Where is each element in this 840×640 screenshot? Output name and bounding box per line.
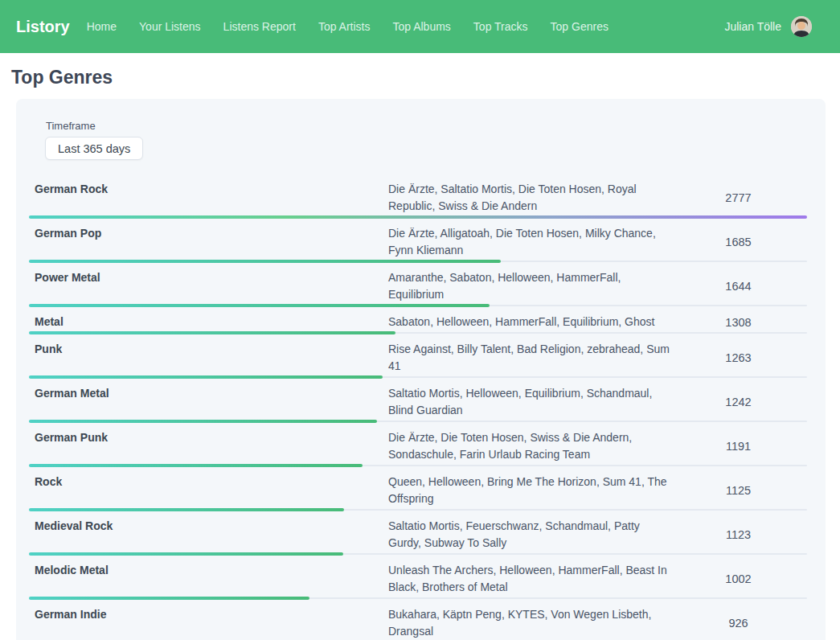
genre-bar-fill <box>29 304 490 307</box>
genre-top-artists: Saltatio Mortis, Helloween, Equilibrium,… <box>388 385 670 419</box>
genre-bar-fill <box>29 420 377 423</box>
genre-name: German Indie <box>29 606 388 640</box>
genre-row: Rock Queen, Helloween, Bring Me The Hori… <box>29 474 807 511</box>
genre-bar-track <box>29 331 807 334</box>
navbar: Listory HomeYour ListensListens ReportTo… <box>0 0 840 53</box>
genre-row-content: Punk Rise Against, Billy Talent, Bad Rel… <box>29 341 807 375</box>
nav-item[interactable]: Top Albums <box>392 20 450 33</box>
genre-name: German Pop <box>29 225 388 259</box>
genre-table: German Rock Die Ärzte, Saltatio Mortis, … <box>29 181 807 640</box>
genre-row-content: Rock Queen, Helloween, Bring Me The Hori… <box>29 474 807 507</box>
genre-bar-track <box>29 420 807 423</box>
genre-top-artists: Die Ärzte, Saltatio Mortis, Die Toten Ho… <box>388 181 670 215</box>
genre-row-content: German Metal Saltatio Mortis, Helloween,… <box>29 385 807 419</box>
main-nav: HomeYour ListensListens ReportTop Artist… <box>87 20 608 33</box>
genre-listen-count: 2777 <box>670 181 807 215</box>
genre-bar-fill <box>29 260 501 263</box>
genre-top-artists: Sabaton, Helloween, HammerFall, Equilibr… <box>388 314 670 330</box>
genre-row-content: German Indie Bukahara, Käptn Peng, KYTES… <box>29 606 807 640</box>
user-menu[interactable]: Julian Tölle <box>724 16 812 37</box>
genre-bar-fill <box>29 464 363 467</box>
genre-top-artists: Die Ärzte, Die Toten Hosen, Swiss & Die … <box>388 429 670 463</box>
genre-name: German Punk <box>29 429 388 463</box>
nav-item[interactable]: Listens Report <box>223 20 296 33</box>
app-logo[interactable]: Listory <box>16 18 70 36</box>
genre-name: German Metal <box>29 385 388 419</box>
genre-row-content: German Rock Die Ärzte, Saltatio Mortis, … <box>29 181 807 215</box>
genre-bar-fill <box>29 508 344 511</box>
genre-listen-count: 1125 <box>670 474 807 507</box>
genre-listen-count: 1644 <box>670 269 807 303</box>
genre-top-artists: Bukahara, Käptn Peng, KYTES, Von Wegen L… <box>388 606 670 640</box>
genre-top-artists: Die Ärzte, Alligatoah, Die Toten Hosen, … <box>388 225 670 259</box>
genre-row-content: German Punk Die Ärzte, Die Toten Hosen, … <box>29 429 807 463</box>
genre-listen-count: 1308 <box>670 314 807 330</box>
genre-bar-fill <box>29 375 383 379</box>
genre-listen-count: 1263 <box>670 341 807 375</box>
genre-listen-count: 1123 <box>670 518 807 552</box>
genre-bar-fill <box>29 331 395 334</box>
genre-bar-track <box>29 552 807 556</box>
genre-row: German Metal Saltatio Mortis, Helloween,… <box>29 385 807 423</box>
genre-bar-track <box>29 375 807 379</box>
nav-item[interactable]: Top Artists <box>318 20 371 33</box>
genre-row-content: Melodic Metal Unleash The Archers, Hello… <box>29 562 807 596</box>
genre-bar-fill <box>29 552 343 556</box>
genre-row: Punk Rise Against, Billy Talent, Bad Rel… <box>29 341 807 379</box>
genre-name: Power Metal <box>29 269 388 303</box>
genre-bar-track <box>29 597 807 600</box>
genre-listen-count: 1002 <box>670 562 807 596</box>
genre-row: German Pop Die Ärzte, Alligatoah, Die To… <box>29 225 807 263</box>
genre-listen-count: 1191 <box>670 429 807 463</box>
user-name[interactable]: Julian Tölle <box>724 20 781 33</box>
genre-listen-count: 1242 <box>670 385 807 419</box>
genre-bar-track <box>29 304 807 307</box>
genre-top-artists: Queen, Helloween, Bring Me The Horizon, … <box>388 474 670 507</box>
genre-name: Punk <box>29 341 388 375</box>
genre-row: German Rock Die Ärzte, Saltatio Mortis, … <box>29 181 807 219</box>
user-avatar[interactable] <box>791 16 812 37</box>
genre-name: Medieval Rock <box>29 518 388 552</box>
avatar-photo <box>791 16 812 37</box>
genre-row-content: Medieval Rock Saltatio Mortis, Feuerschw… <box>29 518 807 552</box>
genre-top-artists: Saltatio Mortis, Feuerschwanz, Schandmau… <box>388 518 670 552</box>
genre-bar-track <box>29 464 807 467</box>
genre-name: Rock <box>29 474 388 507</box>
genre-top-artists: Amaranthe, Sabaton, Helloween, HammerFal… <box>388 269 670 303</box>
genre-row-content: Metal Sabaton, Helloween, HammerFall, Eq… <box>29 314 807 330</box>
genre-listen-count: 926 <box>670 606 807 640</box>
genre-row: German Indie Bukahara, Käptn Peng, KYTES… <box>29 606 807 640</box>
nav-item[interactable]: Your Listens <box>139 20 201 33</box>
nav-item[interactable]: Top Tracks <box>473 20 528 33</box>
timeframe-select[interactable]: Last 365 days <box>45 137 143 160</box>
genre-row: Power Metal Amaranthe, Sabaton, Hellowee… <box>29 269 807 307</box>
genre-row: Medieval Rock Saltatio Mortis, Feuerschw… <box>29 518 807 556</box>
genre-bar-fill <box>29 215 807 219</box>
nav-item[interactable]: Home <box>87 20 117 33</box>
genre-name: German Rock <box>29 181 388 215</box>
genre-name: Metal <box>29 314 388 330</box>
genre-row: German Punk Die Ärzte, Die Toten Hosen, … <box>29 429 807 467</box>
genre-bar-fill <box>29 597 309 600</box>
genre-top-artists: Unleash The Archers, Helloween, HammerFa… <box>388 562 670 596</box>
nav-item[interactable]: Top Genres <box>551 20 608 33</box>
genre-top-artists: Rise Against, Billy Talent, Bad Religion… <box>388 341 670 375</box>
genre-bar-track <box>29 260 807 263</box>
genre-row: Melodic Metal Unleash The Archers, Hello… <box>29 562 807 600</box>
top-genres-card: Timeframe Last 365 days German Rock Die … <box>16 99 826 640</box>
genre-listen-count: 1685 <box>670 225 807 259</box>
genre-bar-track <box>29 215 807 219</box>
genre-row-content: Power Metal Amaranthe, Sabaton, Hellowee… <box>29 269 807 303</box>
genre-name: Melodic Metal <box>29 562 388 596</box>
page-title: Top Genres <box>11 67 840 88</box>
genre-bar-track <box>29 508 807 511</box>
genre-row-content: German Pop Die Ärzte, Alligatoah, Die To… <box>29 225 807 259</box>
genre-row: Metal Sabaton, Helloween, HammerFall, Eq… <box>29 314 807 334</box>
timeframe-label: Timeframe <box>46 120 807 132</box>
